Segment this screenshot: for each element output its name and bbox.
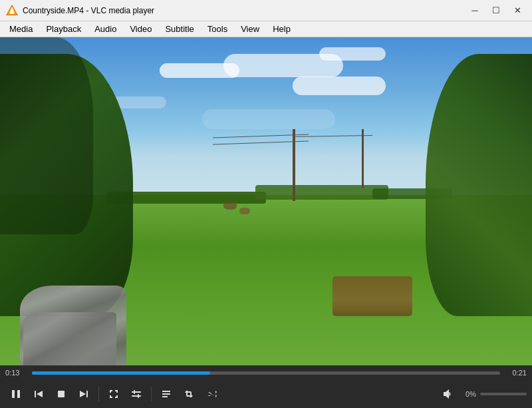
cloud-6	[202, 109, 335, 129]
svg-rect-13	[134, 390, 135, 394]
loop-icon	[184, 389, 194, 399]
loop-button[interactable]	[178, 383, 200, 405]
video-area[interactable]	[0, 37, 532, 365]
volume-track[interactable]	[480, 393, 527, 395]
svg-marker-10	[80, 391, 86, 397]
tree-right	[426, 54, 532, 316]
title-bar: Countryside.MP4 - VLC media player ─ ☐ ✕	[0, 0, 532, 21]
menu-item-media[interactable]: Media	[3, 23, 39, 35]
close-button[interactable]: ✕	[508, 4, 527, 17]
stone-wall-detail	[23, 312, 116, 365]
separator-2	[151, 387, 152, 401]
time-current: 0:13	[5, 369, 27, 377]
menu-item-playback[interactable]: Playback	[39, 23, 88, 35]
svg-marker-7	[37, 391, 43, 397]
cloud-4	[319, 47, 386, 61]
menu-item-help[interactable]: Help	[266, 23, 297, 35]
playlist-button[interactable]	[156, 383, 177, 405]
window-controls: ─ ☐ ✕	[466, 4, 527, 17]
hedge-2	[255, 185, 388, 200]
progress-fill	[32, 371, 210, 375]
time-total: 0:21	[505, 369, 527, 377]
pole-1	[293, 129, 295, 201]
fullscreen-icon	[108, 389, 119, 399]
extended-settings-icon	[131, 389, 142, 399]
play-pause-button[interactable]	[5, 383, 27, 405]
svg-rect-16	[162, 393, 170, 395]
separator-1	[98, 387, 99, 401]
svg-rect-6	[35, 391, 36, 397]
skip-back-icon	[33, 389, 44, 399]
menu-item-view[interactable]: View	[234, 23, 266, 35]
menu-bar: MediaPlaybackAudioVideoSubtitleToolsView…	[0, 21, 532, 37]
svg-rect-15	[162, 391, 170, 392]
window-title: Countryside.MP4 - VLC media player	[23, 6, 466, 15]
maximize-button[interactable]: ☐	[487, 4, 505, 17]
menu-item-audio[interactable]: Audio	[88, 23, 123, 35]
ploughed-earth	[332, 276, 412, 316]
cattle-hint	[223, 202, 237, 210]
svg-rect-17	[162, 396, 168, 397]
volume-label: 0%	[458, 390, 476, 398]
progress-area: 0:13 0:21	[0, 365, 532, 380]
stop-icon	[56, 389, 66, 399]
pause-icon	[11, 389, 21, 399]
control-bar: 0:13 0:21	[0, 365, 532, 408]
buttons-row: 0%	[0, 380, 532, 408]
menu-item-subtitle[interactable]: Subtitle	[158, 23, 200, 35]
svg-rect-4	[12, 390, 15, 398]
menu-item-video[interactable]: Video	[123, 23, 158, 35]
shuffle-button[interactable]	[201, 383, 222, 405]
svg-rect-5	[17, 390, 20, 398]
vlc-logo-icon	[5, 4, 19, 17]
pole-2	[362, 129, 364, 188]
fullscreen-button[interactable]	[103, 383, 124, 405]
video-canvas	[0, 37, 532, 365]
svg-rect-14	[138, 394, 139, 398]
skip-forward-button[interactable]	[73, 383, 94, 405]
tree-left-extra	[0, 37, 93, 234]
cattle-hint-2	[239, 208, 250, 214]
progress-track[interactable]	[32, 371, 500, 375]
minimize-button[interactable]: ─	[466, 4, 484, 17]
svg-rect-8	[58, 391, 65, 397]
skip-forward-icon	[78, 389, 89, 399]
volume-button[interactable]	[442, 388, 454, 400]
volume-icon	[442, 388, 454, 400]
cloud-3	[293, 77, 386, 95]
shuffle-icon	[206, 389, 217, 399]
stop-button[interactable]	[51, 383, 72, 405]
volume-area: 0%	[442, 388, 527, 400]
svg-rect-3	[11, 7, 13, 9]
skip-back-button[interactable]	[28, 383, 49, 405]
menu-item-tools[interactable]: Tools	[201, 23, 234, 35]
svg-rect-11	[132, 391, 141, 393]
playlist-icon	[161, 389, 172, 399]
svg-rect-9	[86, 391, 88, 397]
svg-rect-12	[132, 395, 141, 397]
extended-settings-button[interactable]	[126, 383, 147, 405]
